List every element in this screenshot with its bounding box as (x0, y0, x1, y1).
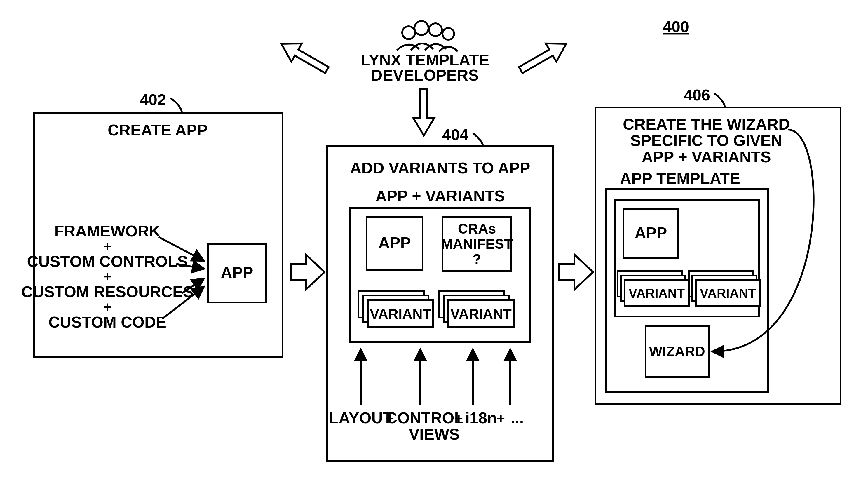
box1-app-label: APP (221, 264, 253, 281)
box2-ref: 404 (442, 126, 468, 143)
box2-variant-2: VARIANT (451, 306, 512, 322)
developers-icon (397, 21, 458, 51)
box1-in-code: CUSTOM CODE (49, 313, 166, 331)
arrow-402-404 (291, 254, 324, 290)
box1-in-framework: FRAMEWORK (55, 222, 160, 240)
plus-1: + (103, 239, 112, 254)
box-404: 404 ADD VARIANTS TO APP APP + VARIANTS A… (327, 126, 553, 461)
box3-wizard: WIZARD (649, 343, 705, 359)
box1-in-controls: CUSTOM CONTROLS (27, 252, 188, 270)
plus-3: + (103, 299, 112, 315)
developers-label-2: DEVELOPERS (371, 66, 479, 84)
box2-variant-stack-1: VARIANT (359, 291, 433, 327)
svg-point-3 (442, 28, 454, 40)
box3-variant-stack-2: VARIANT (689, 271, 760, 306)
box2-control: CONTROL (386, 409, 464, 426)
plus-2: + (103, 269, 112, 284)
box2-plus-b: + (455, 411, 463, 426)
box2-app-label: APP (378, 234, 411, 251)
box3-app: APP (634, 224, 667, 241)
box2-manifest-1: CRAs (458, 221, 496, 237)
dev-arrows (276, 35, 571, 135)
box3-title1: CREATE THE WIZARD (623, 115, 790, 133)
box3-variant-2: VARIANT (700, 286, 756, 300)
svg-point-0 (402, 26, 415, 39)
svg-point-1 (414, 21, 429, 35)
box2-manifest-2: MANIFEST (441, 236, 513, 252)
box2-variant-1: VARIANT (370, 306, 431, 322)
box3-title3: APP + VARIANTS (642, 148, 771, 165)
box2-dots: ... (510, 409, 524, 426)
box2-i18n: i18n (465, 409, 497, 426)
box2-plus-c: + (497, 411, 505, 426)
developers-label-1: LYNX TEMPLATE (361, 51, 489, 69)
box2-title: ADD VARIANTS TO APP (350, 159, 530, 177)
box3-title2: SPECIFIC TO GIVEN (630, 132, 782, 149)
figure-reference: 400 (663, 18, 689, 35)
box1-in-resources: CUSTOM RESOURCES (21, 283, 193, 300)
box3-variant-stack-1: VARIANT (618, 271, 689, 306)
box2-manifest-3: ? (472, 251, 481, 267)
box2-layout: LAYOUT (329, 409, 392, 426)
box1-title: CREATE APP (108, 121, 208, 139)
box2-variant-stack-2: VARIANT (439, 291, 514, 327)
box3-variant-1: VARIANT (629, 286, 685, 300)
box-406: 406 CREATE THE WIZARD SPECIFIC TO GIVEN … (595, 86, 841, 404)
svg-point-2 (429, 23, 442, 36)
arrow-404-406 (559, 254, 593, 290)
box1-ref: 402 (140, 91, 166, 108)
box2-views: VIEWS (409, 425, 460, 443)
box3-ref: 406 (684, 86, 710, 103)
box3-template-title: APP TEMPLATE (620, 170, 740, 187)
box2-subtitle: APP + VARIANTS (375, 187, 505, 205)
box-402: 402 CREATE APP FRAMEWORK + CUSTOM CONTRO… (21, 91, 282, 357)
